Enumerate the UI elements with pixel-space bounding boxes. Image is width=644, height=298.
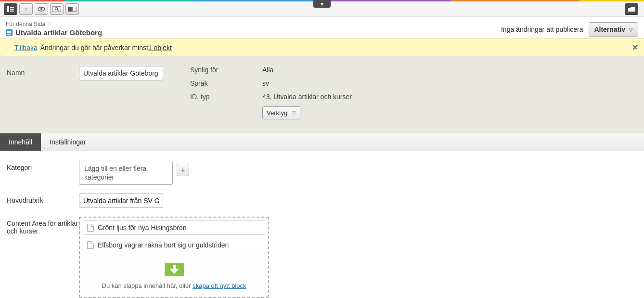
- category-label: Kategori: [7, 161, 79, 171]
- content-block-item[interactable]: Grönt ljus för nya Hisingsbron: [83, 220, 265, 235]
- category-input[interactable]: Lägg till en eller flera kategorier: [79, 161, 173, 185]
- chevron-down-icon: ▽: [629, 27, 633, 32]
- contentarea-label: Content Area för artiklar och kurser: [7, 217, 79, 235]
- content-block-item[interactable]: Elfsborg vägrar räkna bort sig ur guldst…: [83, 238, 265, 252]
- top-toolbar: ▼ +: [0, 1, 644, 17]
- add-button[interactable]: +: [19, 3, 33, 15]
- back-arrow-icon: ←: [6, 44, 13, 52]
- tools-dropdown[interactable]: Verktyg ▽: [262, 106, 300, 119]
- drop-arrow-icon: [165, 263, 184, 276]
- back-link[interactable]: Tillbaka: [14, 44, 38, 52]
- svg-point-7: [55, 7, 58, 10]
- svg-rect-0: [7, 6, 9, 12]
- chevron-right-icon: ›: [49, 21, 51, 27]
- tab-settings[interactable]: Inställningar: [41, 133, 95, 151]
- assets-panel-button[interactable]: [625, 3, 638, 15]
- create-block-link[interactable]: skapa ett nytt block: [193, 282, 246, 289]
- id-type-label: ID, typ: [190, 93, 262, 101]
- content-form: Kategori Lägg till en eller flera katego…: [0, 151, 644, 298]
- close-icon[interactable]: ✕: [632, 43, 638, 52]
- content-item-title: Grönt ljus för nya Hisingsbron: [98, 224, 186, 232]
- name-input[interactable]: [79, 66, 163, 80]
- chevron-down-icon: ▽: [292, 110, 296, 116]
- block-icon: [6, 29, 13, 36]
- add-category-button[interactable]: +: [177, 164, 189, 176]
- language-label: Språk: [190, 79, 262, 87]
- publish-status: Inga ändringar att publicera: [501, 26, 583, 33]
- headline-input[interactable]: [79, 194, 163, 208]
- id-type-value: 43, Utvalda artiklar och kurser: [262, 93, 352, 101]
- tab-content[interactable]: Innehåll: [0, 133, 41, 151]
- svg-rect-10: [73, 7, 77, 12]
- panel-pull-handle[interactable]: ▼: [313, 0, 331, 8]
- plus-icon: +: [24, 5, 28, 13]
- content-area-dropzone[interactable]: Grönt ljus för nya Hisingsbron Elfsborg …: [79, 217, 269, 298]
- breadcrumb-bar: För denna Sida › Utvalda artiklar Götebo…: [0, 17, 644, 39]
- page-title: Utvalda artiklar Göteborg: [15, 28, 102, 37]
- compare-icon: [68, 7, 77, 12]
- svg-rect-6: [52, 6, 61, 12]
- svg-rect-3: [10, 11, 14, 12]
- content-item-title: Elfsborg vägrar räkna bort sig ur guldst…: [98, 241, 229, 249]
- breadcrumb-parent[interactable]: För denna Sida: [6, 21, 45, 27]
- tree-panel-button[interactable]: [4, 3, 17, 15]
- options-button[interactable]: Alternativ ▽: [589, 22, 638, 37]
- searchbox-icon: [52, 6, 61, 12]
- drop-hint-text: Du kan släppa innehåll här, eller: [102, 282, 193, 289]
- options-label: Alternativ: [594, 26, 625, 33]
- notice-text: Ändringar du gör här påverkar minst: [40, 44, 148, 52]
- eye-icon: [38, 7, 45, 12]
- compare-button[interactable]: [65, 3, 79, 15]
- name-label: Namn: [7, 66, 79, 77]
- tools-label: Verktyg: [267, 109, 287, 117]
- affected-objects-link[interactable]: 1 objekt: [148, 44, 172, 52]
- svg-rect-2: [10, 9, 14, 10]
- file-icon: [87, 224, 94, 232]
- svg-rect-9: [68, 7, 72, 12]
- folder-icon: [628, 7, 635, 12]
- svg-line-8: [57, 10, 59, 11]
- view-button[interactable]: [35, 3, 48, 15]
- detail-panel: Namn Synlig för Alla Språk sv ID, typ 43…: [0, 56, 644, 133]
- svg-point-5: [40, 8, 42, 10]
- notice-banner: ← Tillbaka Ändringar du gör här påverkar…: [0, 39, 644, 56]
- search-view-button[interactable]: [50, 3, 64, 15]
- headline-label: Huvudrubrik: [7, 194, 79, 204]
- svg-rect-1: [10, 7, 14, 8]
- visible-label: Synlig för: [190, 66, 262, 74]
- visible-value: Alla: [262, 66, 273, 74]
- language-value: sv: [262, 79, 269, 87]
- tabs: Innehåll Inställningar: [0, 133, 644, 151]
- file-icon: [87, 241, 94, 249]
